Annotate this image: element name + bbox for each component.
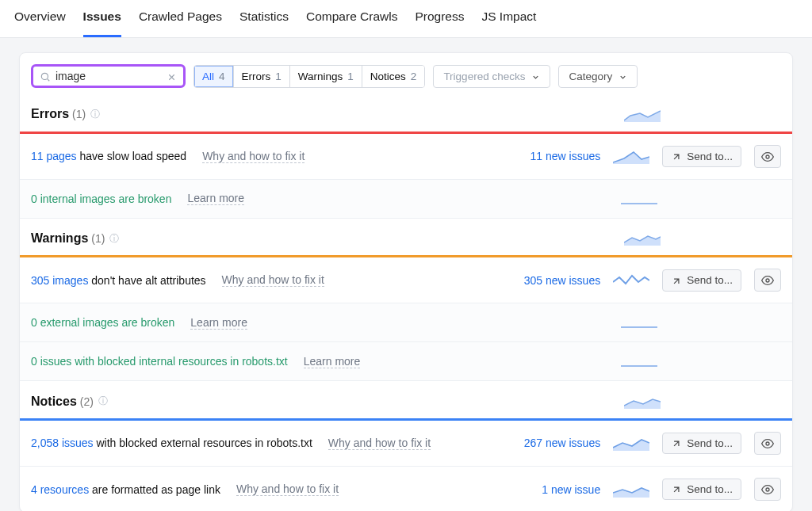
search-input[interactable] xyxy=(56,70,151,82)
issue-count-link[interactable]: 305 images xyxy=(31,274,88,287)
issue-text: 11 pages have slow load speed xyxy=(31,150,186,162)
eye-icon xyxy=(761,274,774,287)
section-header-errors: Errors (1) ⓘ xyxy=(20,94,792,131)
category-dropdown[interactable]: Category xyxy=(558,65,638,88)
learn-more-link[interactable]: Why and how to fix it xyxy=(202,150,304,163)
chevron-down-icon xyxy=(619,71,627,82)
sparkline xyxy=(621,315,657,330)
sparkline xyxy=(613,482,649,498)
section-header-notices: Notices (2) ⓘ xyxy=(20,381,792,418)
new-issues-link[interactable]: 1 new issue xyxy=(513,483,600,496)
sparkline xyxy=(613,435,649,451)
clear-search-icon[interactable] xyxy=(167,70,177,82)
issue-row: 11 pages have slow load speed Why and ho… xyxy=(20,134,792,180)
segment-label: Errors xyxy=(242,71,271,82)
tab-progress[interactable]: Progress xyxy=(415,0,464,37)
info-icon[interactable]: ⓘ xyxy=(90,108,100,121)
button-label: Send to... xyxy=(687,151,733,162)
segment-count: 2 xyxy=(411,71,417,82)
svg-point-14 xyxy=(766,442,769,445)
sparkline xyxy=(624,231,661,246)
send-to-button[interactable]: Send to... xyxy=(662,479,741,500)
issue-count-link[interactable]: 4 resources xyxy=(31,483,89,496)
learn-more-link[interactable]: Learn more xyxy=(187,192,244,205)
zero-issue-text: 0 internal images are broken xyxy=(31,193,171,205)
sparkline xyxy=(621,353,657,369)
issue-row: 2,058 issues with blocked external resou… xyxy=(20,421,792,467)
segment-warnings[interactable]: Warnings 1 xyxy=(290,66,362,87)
hide-button[interactable] xyxy=(754,269,781,292)
sparkline xyxy=(624,107,661,121)
sparkline xyxy=(613,148,649,164)
tab-overview[interactable]: Overview xyxy=(14,0,66,37)
section-count: (2) xyxy=(80,395,94,408)
eye-icon xyxy=(761,483,774,496)
segment-label: Warnings xyxy=(298,71,343,82)
issue-row-zero: 0 internal images are broken Learn more xyxy=(20,180,792,219)
svg-point-9 xyxy=(766,279,769,282)
issue-count-link[interactable]: 2,058 issues xyxy=(31,437,94,449)
triggered-checks-dropdown[interactable]: Triggered checks xyxy=(433,65,550,88)
button-label: Send to... xyxy=(687,274,733,286)
send-to-button[interactable]: Send to... xyxy=(662,433,741,454)
search-icon xyxy=(40,70,51,82)
segment-all[interactable]: All 4 xyxy=(194,66,234,87)
info-icon[interactable]: ⓘ xyxy=(109,232,119,246)
issue-text: 305 images don't have alt attributes xyxy=(31,274,206,287)
svg-marker-8 xyxy=(624,236,661,246)
issue-row: 4 resources are formatted as page link W… xyxy=(20,467,792,511)
segment-label: Notices xyxy=(370,71,406,82)
svg-point-6 xyxy=(766,155,769,158)
learn-more-link[interactable]: Why and how to fix it xyxy=(222,273,324,287)
issue-count-link[interactable]: 11 pages xyxy=(31,150,77,162)
zero-issue-text: 0 external images are broken xyxy=(31,316,174,329)
segment-notices[interactable]: Notices 2 xyxy=(362,66,425,87)
send-to-button[interactable]: Send to... xyxy=(662,269,741,291)
new-issues-link[interactable]: 11 new issues xyxy=(513,150,600,162)
share-icon xyxy=(671,483,682,495)
send-to-button[interactable]: Send to... xyxy=(662,146,741,167)
issues-card: All 4 Errors 1 Warnings 1 Notices 2 Trig… xyxy=(19,52,793,511)
issue-row: 305 images don't have alt attributes Why… xyxy=(20,257,792,303)
chevron-down-icon xyxy=(531,71,540,82)
search-box[interactable] xyxy=(31,64,186,88)
issue-row-zero: 0 external images are broken Learn more xyxy=(20,303,792,342)
filter-segments: All 4 Errors 1 Warnings 1 Notices 2 xyxy=(193,65,425,88)
tab-statistics[interactable]: Statistics xyxy=(239,0,289,37)
segment-count: 1 xyxy=(347,71,354,82)
section-title: Errors xyxy=(31,107,69,121)
learn-more-link[interactable]: Learn more xyxy=(190,316,247,330)
hide-button[interactable] xyxy=(754,432,781,455)
hide-button[interactable] xyxy=(754,478,781,501)
button-label: Send to... xyxy=(687,437,733,449)
share-icon xyxy=(671,151,682,162)
svg-point-0 xyxy=(41,74,48,80)
dropdown-label: Category xyxy=(569,71,612,82)
section-title: Notices xyxy=(31,395,77,409)
learn-more-link[interactable]: Why and how to fix it xyxy=(328,437,431,450)
segment-count: 4 xyxy=(219,71,225,82)
svg-point-16 xyxy=(766,488,769,491)
zero-issue-text: 0 issues with blocked internal resources… xyxy=(31,355,288,368)
toolbar: All 4 Errors 1 Warnings 1 Notices 2 Trig… xyxy=(20,53,792,94)
learn-more-link[interactable]: Why and how to fix it xyxy=(236,482,339,496)
section-header-warnings: Warnings (1) ⓘ xyxy=(20,219,792,255)
new-issues-link[interactable]: 267 new issues xyxy=(513,437,600,449)
tab-crawled-pages[interactable]: Crawled Pages xyxy=(139,0,222,37)
new-issues-link[interactable]: 305 new issues xyxy=(513,274,600,287)
hide-button[interactable] xyxy=(754,145,781,168)
tab-compare-crawls[interactable]: Compare Crawls xyxy=(306,0,397,37)
share-icon xyxy=(671,437,682,449)
sparkline xyxy=(621,191,657,207)
learn-more-link[interactable]: Learn more xyxy=(304,355,361,368)
segment-count: 1 xyxy=(275,71,282,82)
segment-label: All xyxy=(202,71,214,82)
info-icon[interactable]: ⓘ xyxy=(98,395,108,408)
eye-icon xyxy=(761,151,774,163)
section-title: Warnings xyxy=(31,231,88,246)
tab-issues[interactable]: Issues xyxy=(83,0,121,37)
tab-js-impact[interactable]: JS Impact xyxy=(481,0,536,37)
section-count: (1) xyxy=(91,232,105,245)
issue-row-zero: 0 issues with blocked internal resources… xyxy=(20,342,792,381)
segment-errors[interactable]: Errors 1 xyxy=(234,66,290,87)
